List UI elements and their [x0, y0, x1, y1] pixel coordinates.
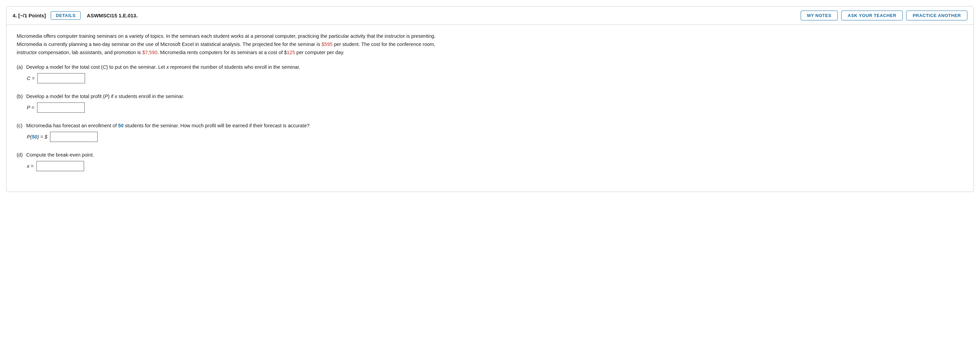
- part-d-answer-label: x =: [27, 163, 34, 169]
- question-header: 4. [−/1 Points] DETAILS ASWMSCI15 1.E.01…: [6, 6, 974, 25]
- part-c-letter: (c): [17, 123, 24, 128]
- question-body: Micromedia offers computer training semi…: [6, 25, 974, 192]
- my-notes-button[interactable]: MY NOTES: [801, 11, 838, 21]
- part-a-label: (a) Develop a model for the total cost (…: [17, 64, 963, 70]
- intro-text-4: instructor compensation, lab assistants,…: [17, 50, 142, 55]
- part-c-answer-row: P(50) = $: [27, 132, 963, 142]
- part-d-label: (d) Compute the break-even point.: [17, 152, 963, 158]
- question-code: ASWMSCI15 1.E.013.: [87, 13, 137, 18]
- part-b-letter: (b): [17, 94, 24, 99]
- part-d: (d) Compute the break-even point. x =: [17, 152, 963, 171]
- practice-another-button[interactable]: PRACTICE ANOTHER: [906, 11, 967, 21]
- intro-text-2: Micromedia is currently planning a two-d…: [17, 41, 321, 47]
- part-b-answer-row: P =: [27, 102, 963, 113]
- part-c-text: Micromedia has forecast an enrollment of…: [26, 123, 310, 128]
- part-b-label: (b) Develop a model for the total profit…: [17, 94, 963, 99]
- part-b-answer-label: P =: [27, 105, 34, 110]
- fixed-cost-value: $7,590: [142, 50, 157, 55]
- part-d-text: Compute the break-even point.: [26, 152, 94, 158]
- part-a-input[interactable]: [37, 73, 85, 83]
- intro-text-1: Micromedia offers computer training semi…: [17, 33, 436, 39]
- part-b: (b) Develop a model for the total profit…: [17, 94, 963, 113]
- part-d-answer-row: x =: [27, 161, 963, 171]
- intro-text-3: per student. The cost for the conference…: [332, 41, 435, 47]
- part-c-input[interactable]: [50, 132, 98, 142]
- part-c: (c) Micromedia has forecast an enrollmen…: [17, 123, 963, 142]
- part-d-letter: (d): [17, 152, 24, 158]
- details-button[interactable]: DETAILS: [51, 11, 81, 20]
- part-d-input[interactable]: [37, 161, 84, 171]
- part-a: (a) Develop a model for the total cost (…: [17, 64, 963, 83]
- computer-cost-value: 125: [287, 50, 295, 55]
- intro-text-6: per computer per day.: [295, 50, 344, 55]
- header-right-buttons: MY NOTES ASK YOUR TEACHER PRACTICE ANOTH…: [801, 11, 967, 21]
- fee-value: $595: [321, 41, 332, 47]
- part-a-letter: (a): [17, 64, 24, 70]
- part-a-text: Develop a model for the total cost (C) t…: [26, 64, 300, 70]
- part-c-answer-label: P(50) = $: [27, 134, 47, 140]
- part-b-text: Develop a model for the total profit (P)…: [26, 94, 184, 99]
- intro-paragraph: Micromedia offers computer training semi…: [17, 32, 963, 57]
- question-container: 4. [−/1 Points] DETAILS ASWMSCI15 1.E.01…: [6, 6, 974, 192]
- part-c-label: (c) Micromedia has forecast an enrollmen…: [17, 123, 963, 128]
- intro-text-5: . Micromedia rents computers for its sem…: [158, 50, 287, 55]
- part-a-answer-row: C =: [27, 73, 963, 83]
- part-a-answer-label: C =: [27, 76, 35, 81]
- part-b-input[interactable]: [37, 102, 85, 113]
- ask-teacher-button[interactable]: ASK YOUR TEACHER: [841, 11, 903, 21]
- question-number: 4. [−/1 Points]: [13, 13, 46, 18]
